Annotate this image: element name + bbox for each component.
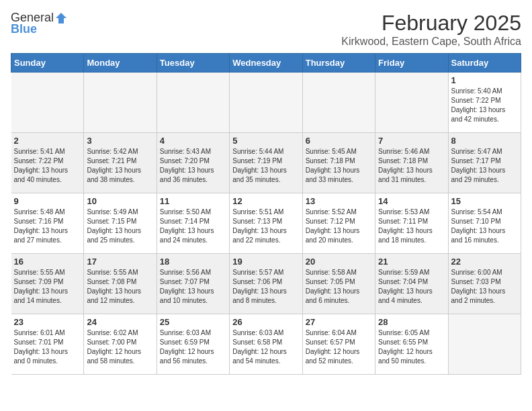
day-number: 24 bbox=[87, 317, 153, 327]
weekday-header-friday: Friday bbox=[375, 54, 448, 73]
day-number: 2 bbox=[14, 136, 81, 146]
day-info: Sunrise: 5:55 AM Sunset: 7:09 PM Dayligh… bbox=[14, 268, 81, 306]
day-cell bbox=[157, 73, 229, 133]
day-number: 8 bbox=[451, 136, 518, 146]
day-cell: 6Sunrise: 5:45 AM Sunset: 7:18 PM Daylig… bbox=[302, 133, 375, 193]
day-number: 26 bbox=[232, 317, 299, 327]
day-number: 18 bbox=[160, 257, 226, 267]
day-cell: 28Sunrise: 6:05 AM Sunset: 6:55 PM Dayli… bbox=[375, 314, 448, 375]
day-cell: 20Sunrise: 5:58 AM Sunset: 7:05 PM Dayli… bbox=[302, 254, 375, 314]
week-row-4: 16Sunrise: 5:55 AM Sunset: 7:09 PM Dayli… bbox=[11, 254, 521, 314]
weekday-header-sunday: Sunday bbox=[11, 54, 84, 73]
day-info: Sunrise: 5:43 AM Sunset: 7:20 PM Dayligh… bbox=[160, 147, 226, 185]
svg-marker-0 bbox=[56, 13, 66, 24]
day-cell: 13Sunrise: 5:52 AM Sunset: 7:12 PM Dayli… bbox=[302, 193, 375, 254]
logo: General Blue bbox=[11, 11, 69, 36]
day-cell: 14Sunrise: 5:53 AM Sunset: 7:11 PM Dayli… bbox=[375, 193, 448, 254]
day-info: Sunrise: 5:52 AM Sunset: 7:12 PM Dayligh… bbox=[306, 208, 372, 245]
day-number: 28 bbox=[378, 317, 445, 327]
day-info: Sunrise: 5:55 AM Sunset: 7:08 PM Dayligh… bbox=[87, 268, 153, 306]
week-row-1: 1Sunrise: 5:40 AM Sunset: 7:22 PM Daylig… bbox=[11, 73, 521, 133]
day-number: 15 bbox=[451, 196, 518, 206]
logo-icon bbox=[54, 11, 68, 25]
day-info: Sunrise: 6:01 AM Sunset: 7:01 PM Dayligh… bbox=[14, 328, 81, 366]
day-cell bbox=[302, 73, 375, 133]
day-number: 17 bbox=[87, 257, 153, 267]
day-info: Sunrise: 5:47 AM Sunset: 7:17 PM Dayligh… bbox=[451, 147, 518, 185]
day-info: Sunrise: 5:58 AM Sunset: 7:05 PM Dayligh… bbox=[306, 268, 372, 306]
week-row-3: 9Sunrise: 5:48 AM Sunset: 7:16 PM Daylig… bbox=[11, 193, 521, 254]
day-number: 12 bbox=[232, 196, 299, 206]
day-cell bbox=[230, 73, 302, 133]
day-number: 9 bbox=[14, 196, 81, 206]
day-info: Sunrise: 5:51 AM Sunset: 7:13 PM Dayligh… bbox=[232, 208, 299, 245]
weekday-header-thursday: Thursday bbox=[302, 54, 375, 73]
day-info: Sunrise: 5:53 AM Sunset: 7:11 PM Dayligh… bbox=[378, 208, 445, 245]
day-number: 7 bbox=[378, 136, 445, 146]
day-number: 1 bbox=[451, 75, 518, 85]
logo-blue-text: Blue bbox=[11, 22, 37, 36]
day-number: 6 bbox=[306, 136, 372, 146]
day-cell: 7Sunrise: 5:46 AM Sunset: 7:18 PM Daylig… bbox=[375, 133, 448, 193]
weekday-header-row: SundayMondayTuesdayWednesdayThursdayFrid… bbox=[11, 54, 521, 73]
day-info: Sunrise: 6:05 AM Sunset: 6:55 PM Dayligh… bbox=[378, 328, 445, 366]
day-cell: 10Sunrise: 5:49 AM Sunset: 7:15 PM Dayli… bbox=[84, 193, 157, 254]
day-cell: 23Sunrise: 6:01 AM Sunset: 7:01 PM Dayli… bbox=[11, 314, 84, 375]
day-info: Sunrise: 5:59 AM Sunset: 7:04 PM Dayligh… bbox=[378, 268, 445, 306]
day-number: 27 bbox=[306, 317, 372, 327]
page-subtitle: Kirkwood, Eastern Cape, South Africa bbox=[341, 36, 521, 48]
day-number: 5 bbox=[232, 136, 299, 146]
day-cell: 21Sunrise: 5:59 AM Sunset: 7:04 PM Dayli… bbox=[375, 254, 448, 314]
day-info: Sunrise: 5:49 AM Sunset: 7:15 PM Dayligh… bbox=[87, 208, 153, 245]
day-cell: 1Sunrise: 5:40 AM Sunset: 7:22 PM Daylig… bbox=[448, 73, 521, 133]
day-number: 16 bbox=[14, 257, 81, 267]
day-cell: 26Sunrise: 6:03 AM Sunset: 6:58 PM Dayli… bbox=[230, 314, 302, 375]
day-info: Sunrise: 5:46 AM Sunset: 7:18 PM Dayligh… bbox=[378, 147, 445, 185]
day-info: Sunrise: 6:04 AM Sunset: 6:57 PM Dayligh… bbox=[306, 328, 372, 366]
day-cell: 24Sunrise: 6:02 AM Sunset: 7:00 PM Dayli… bbox=[84, 314, 157, 375]
day-info: Sunrise: 5:50 AM Sunset: 7:14 PM Dayligh… bbox=[160, 208, 226, 245]
day-cell: 12Sunrise: 5:51 AM Sunset: 7:13 PM Dayli… bbox=[230, 193, 302, 254]
day-number: 11 bbox=[160, 196, 226, 206]
day-info: Sunrise: 5:54 AM Sunset: 7:10 PM Dayligh… bbox=[451, 208, 518, 245]
day-cell: 9Sunrise: 5:48 AM Sunset: 7:16 PM Daylig… bbox=[11, 193, 84, 254]
day-number: 20 bbox=[306, 257, 372, 267]
day-cell: 5Sunrise: 5:44 AM Sunset: 7:19 PM Daylig… bbox=[230, 133, 302, 193]
day-cell: 15Sunrise: 5:54 AM Sunset: 7:10 PM Dayli… bbox=[448, 193, 521, 254]
day-cell: 27Sunrise: 6:04 AM Sunset: 6:57 PM Dayli… bbox=[302, 314, 375, 375]
day-info: Sunrise: 5:41 AM Sunset: 7:22 PM Dayligh… bbox=[14, 147, 81, 185]
day-cell bbox=[84, 73, 157, 133]
weekday-header-tuesday: Tuesday bbox=[157, 54, 229, 73]
day-info: Sunrise: 5:57 AM Sunset: 7:06 PM Dayligh… bbox=[232, 268, 299, 306]
day-cell: 3Sunrise: 5:42 AM Sunset: 7:21 PM Daylig… bbox=[84, 133, 157, 193]
day-info: Sunrise: 5:45 AM Sunset: 7:18 PM Dayligh… bbox=[306, 147, 372, 185]
day-info: Sunrise: 5:40 AM Sunset: 7:22 PM Dayligh… bbox=[451, 87, 518, 124]
week-row-2: 2Sunrise: 5:41 AM Sunset: 7:22 PM Daylig… bbox=[11, 133, 521, 193]
day-info: Sunrise: 6:03 AM Sunset: 6:58 PM Dayligh… bbox=[232, 328, 299, 366]
day-cell bbox=[448, 314, 521, 375]
weekday-header-wednesday: Wednesday bbox=[230, 54, 302, 73]
weekday-header-monday: Monday bbox=[84, 54, 157, 73]
day-info: Sunrise: 5:48 AM Sunset: 7:16 PM Dayligh… bbox=[14, 208, 81, 245]
day-number: 21 bbox=[378, 257, 445, 267]
day-cell bbox=[11, 73, 84, 133]
day-cell: 8Sunrise: 5:47 AM Sunset: 7:17 PM Daylig… bbox=[448, 133, 521, 193]
day-info: Sunrise: 6:03 AM Sunset: 6:59 PM Dayligh… bbox=[160, 328, 226, 366]
day-number: 23 bbox=[14, 317, 81, 327]
calendar-table: SundayMondayTuesdayWednesdayThursdayFrid… bbox=[11, 53, 521, 375]
day-info: Sunrise: 6:02 AM Sunset: 7:00 PM Dayligh… bbox=[87, 328, 153, 366]
day-number: 14 bbox=[378, 196, 445, 206]
day-number: 25 bbox=[160, 317, 226, 327]
day-info: Sunrise: 5:44 AM Sunset: 7:19 PM Dayligh… bbox=[232, 147, 299, 185]
day-number: 13 bbox=[306, 196, 372, 206]
day-cell: 2Sunrise: 5:41 AM Sunset: 7:22 PM Daylig… bbox=[11, 133, 84, 193]
day-cell: 25Sunrise: 6:03 AM Sunset: 6:59 PM Dayli… bbox=[157, 314, 229, 375]
day-info: Sunrise: 5:42 AM Sunset: 7:21 PM Dayligh… bbox=[87, 147, 153, 185]
day-cell: 22Sunrise: 6:00 AM Sunset: 7:03 PM Dayli… bbox=[448, 254, 521, 314]
day-cell: 19Sunrise: 5:57 AM Sunset: 7:06 PM Dayli… bbox=[230, 254, 302, 314]
day-number: 3 bbox=[87, 136, 153, 146]
week-row-5: 23Sunrise: 6:01 AM Sunset: 7:01 PM Dayli… bbox=[11, 314, 521, 375]
day-number: 10 bbox=[87, 196, 153, 206]
day-cell: 4Sunrise: 5:43 AM Sunset: 7:20 PM Daylig… bbox=[157, 133, 229, 193]
day-cell: 17Sunrise: 5:55 AM Sunset: 7:08 PM Dayli… bbox=[84, 254, 157, 314]
